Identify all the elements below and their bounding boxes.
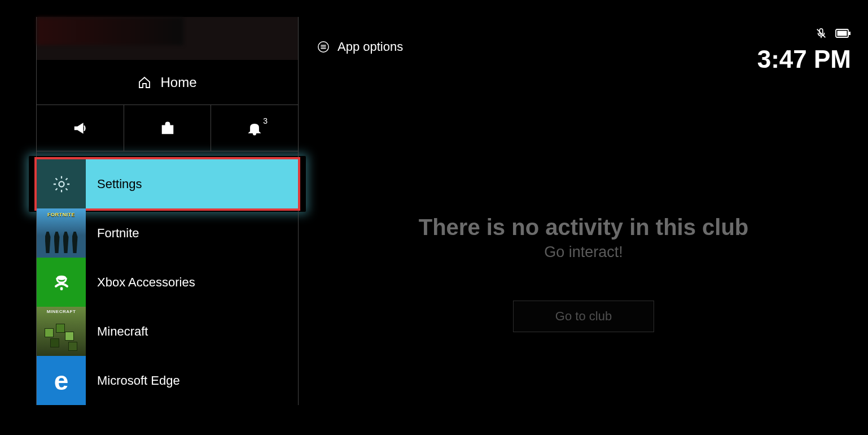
settings-tile	[37, 159, 86, 208]
go-to-club-button[interactable]: Go to club	[513, 301, 654, 332]
sidebar-item-settings[interactable]: Settings	[37, 159, 298, 208]
sidebar-item-label: Minecraft	[97, 324, 148, 339]
profile-avatar-blurred	[37, 17, 183, 45]
sidebar-item-edge[interactable]: e Microsoft Edge	[37, 356, 298, 405]
svg-point-4	[59, 181, 64, 186]
app-options-label: App options	[337, 40, 403, 54]
svg-rect-6	[60, 287, 63, 290]
empty-state: There is no activity in this club Go int…	[316, 215, 851, 332]
app-options-button[interactable]: App options	[317, 40, 403, 54]
home-button[interactable]: Home	[37, 60, 298, 105]
mic-muted-icon	[815, 27, 827, 40]
battery-icon	[835, 28, 851, 38]
sidebar-item-label: Fortnite	[97, 226, 139, 241]
tab-achievements[interactable]	[37, 105, 124, 151]
gear-icon	[52, 175, 71, 194]
home-label: Home	[160, 75, 196, 90]
menu-circle-icon	[317, 41, 330, 53]
profile-panel[interactable]	[37, 17, 298, 60]
tab-notifications[interactable]: 3	[211, 105, 298, 151]
notification-badge: 3	[263, 116, 268, 125]
sidebar-item-label: Xbox Accessories	[97, 275, 195, 290]
guide-sidebar: Home 3	[36, 17, 299, 405]
svg-rect-2	[165, 129, 167, 131]
svg-rect-15	[838, 31, 847, 36]
clock: 3:47 PM	[757, 45, 851, 73]
edge-tile: e	[37, 356, 86, 405]
sidebar-item-label: Settings	[97, 177, 142, 192]
minecraft-tile	[37, 307, 86, 356]
tab-store[interactable]	[124, 105, 212, 151]
svg-point-5	[56, 275, 66, 280]
fortnite-tile	[37, 208, 86, 258]
megaphone-icon	[72, 120, 88, 136]
empty-state-title: There is no activity in this club	[316, 215, 851, 240]
edge-icon: e	[54, 366, 69, 396]
svg-rect-16	[849, 32, 851, 35]
svg-rect-1	[168, 127, 169, 129]
guide-tabs: 3	[37, 105, 298, 151]
svg-rect-3	[168, 129, 169, 131]
accessories-tile	[37, 258, 86, 307]
go-to-club-label: Go to club	[555, 309, 612, 324]
svg-rect-0	[165, 127, 167, 129]
store-icon	[160, 120, 176, 136]
sidebar-item-minecraft[interactable]: Minecraft	[37, 307, 298, 356]
empty-state-subtitle: Go interact!	[316, 243, 851, 261]
sidebar-item-fortnite[interactable]: Fortnite	[37, 208, 298, 258]
home-icon	[138, 76, 151, 89]
sidebar-item-label: Microsoft Edge	[97, 373, 180, 388]
bell-icon	[247, 120, 262, 136]
sidebar-item-accessories[interactable]: Xbox Accessories	[37, 258, 298, 307]
accessories-icon	[50, 271, 73, 294]
status-icons	[815, 27, 851, 40]
